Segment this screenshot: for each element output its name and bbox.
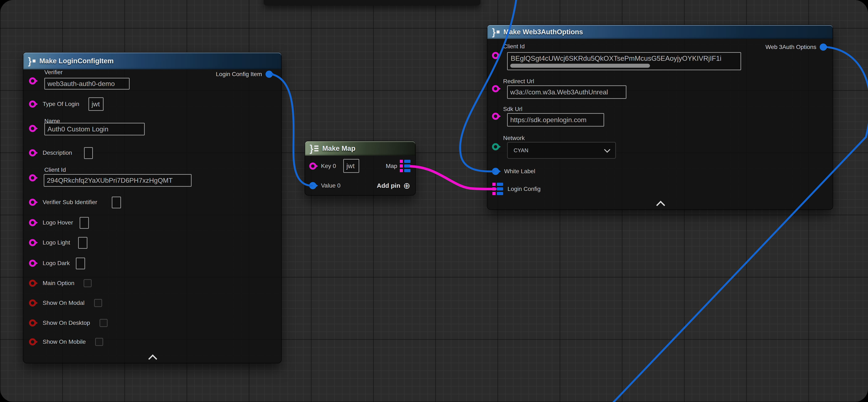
blueprint-canvas[interactable]: } Make LoginConfigItem Login Config Item… [0, 0, 868, 402]
input-pin-logo-light[interactable] [29, 239, 36, 246]
type-of-login-field[interactable]: jwt [88, 97, 103, 111]
redirect-url-field[interactable]: w3a://com.w3a.Web3AuthUnreal [507, 85, 626, 99]
key-0-field[interactable]: jwt [343, 159, 359, 173]
pin-label-show-on-modal: Show On Modal [43, 299, 85, 307]
collapse-chevron-icon[interactable] [656, 201, 665, 210]
pin-label-logo-light: Logo Light [43, 239, 70, 247]
field-scrollbar[interactable] [510, 64, 650, 68]
pin-label-logo-dark: Logo Dark [43, 259, 70, 267]
wire-map-to-login-config[interactable] [411, 166, 495, 189]
output-pin-label: Web 3Auth Options [766, 43, 816, 51]
input-pin-logo-hover[interactable] [29, 219, 36, 226]
pin-label-white-label: White Label [504, 168, 535, 175]
node-make-loginconfigitem[interactable]: } Make LoginConfigItem Login Config Item… [23, 53, 281, 363]
pin-label-key-0: Key 0 [321, 162, 336, 170]
input-pin-logo-dark[interactable] [29, 260, 36, 267]
collapse-chevron-icon[interactable] [148, 354, 157, 363]
pin-label-main-option: Main Option [43, 280, 74, 287]
logo-hover-field[interactable] [80, 217, 89, 229]
input-pin-network[interactable] [492, 143, 499, 150]
input-pin-type-of-login[interactable] [29, 100, 36, 108]
input-pin-main-option[interactable] [29, 280, 36, 287]
output-pin-label: Login Config Item [216, 70, 262, 78]
show-on-mobile-checkbox[interactable] [95, 338, 103, 346]
input-pin-description[interactable] [29, 149, 36, 156]
node-header-make-map[interactable]: } Make Map [305, 141, 415, 155]
input-pin-name[interactable] [29, 125, 36, 132]
network-dropdown[interactable]: CYAN [507, 142, 616, 159]
node-title: Make Map [322, 144, 355, 152]
input-pin-show-on-modal[interactable] [29, 299, 36, 307]
pin-label-type-of-login: Type Of Login [43, 100, 79, 108]
show-on-modal-checkbox[interactable] [94, 299, 102, 307]
pin-label-redirect-url: Redirect Url [503, 78, 534, 85]
add-pin-icon: ⊕ [403, 181, 410, 191]
node-title: Make LoginConfigItem [39, 57, 114, 65]
input-pin-sdk-url[interactable] [492, 113, 499, 120]
input-pin-verifier-sub-identifier[interactable] [29, 199, 36, 206]
add-pin-button[interactable]: Add pin⊕ [377, 181, 410, 191]
node-title: Make Web3AuthOptions [503, 28, 583, 36]
pin-label-client-id: Client Id [44, 166, 66, 174]
pin-label-logo-hover: Logo Hover [43, 219, 73, 226]
verifier-field[interactable]: web3auth-auth0-demo [44, 78, 130, 90]
dropdown-chevron-icon [604, 146, 611, 153]
pin-label-login-config: Login Config [507, 185, 540, 193]
input-pin-show-on-desktop[interactable] [29, 319, 36, 326]
name-field[interactable]: Auth0 Custom Login [44, 123, 145, 135]
pin-label-value-0: Value 0 [321, 182, 341, 190]
node-header-loginconfigitem[interactable]: } Make LoginConfigItem [23, 53, 281, 69]
output-pin-label-map: Map [386, 162, 397, 170]
pin-label-show-on-desktop: Show On Desktop [43, 319, 90, 327]
pin-label-sdk-url: Sdk Url [503, 105, 522, 113]
make-struct-icon: } [492, 27, 500, 36]
node-make-map[interactable]: } Make Map Key 0 jwt Map Value 0 Add pin… [305, 141, 415, 195]
main-option-checkbox[interactable] [84, 279, 92, 287]
input-pin-white-label[interactable] [492, 168, 499, 175]
show-on-desktop-checkbox[interactable] [100, 319, 107, 327]
input-pin-client-id[interactable] [29, 174, 36, 181]
node-make-web3authoptions[interactable]: } Make Web3AuthOptions Web 3Auth Options… [487, 25, 833, 209]
output-pin-map[interactable] [400, 160, 410, 172]
logo-dark-field[interactable] [76, 258, 85, 269]
make-map-icon: } [310, 144, 318, 153]
offscreen-node-edge [264, 0, 480, 5]
pin-label-client-id: Client Id [503, 43, 525, 50]
pin-label-verifier-sub-identifier: Verifier Sub Identifier [43, 199, 97, 206]
verifier-sub-identifier-field[interactable] [112, 197, 121, 208]
node-header-web3authoptions[interactable]: } Make Web3AuthOptions [487, 25, 833, 39]
input-pin-client-id[interactable] [492, 52, 499, 59]
description-field[interactable] [84, 147, 93, 159]
pin-label-show-on-mobile: Show On Mobile [43, 338, 86, 346]
sdk-url-field[interactable]: https://sdk.openlogin.com [507, 113, 604, 126]
pin-label-network: Network [503, 134, 525, 142]
input-pin-login-config[interactable] [492, 183, 503, 195]
input-pin-key-0[interactable] [309, 163, 316, 170]
pin-label-verifier: Verifier [44, 68, 63, 76]
output-pin-web3auth-options[interactable] [820, 44, 827, 51]
output-pin-login-config-item[interactable] [266, 70, 273, 78]
pin-label-description: Description [43, 149, 72, 156]
make-struct-icon: } [28, 56, 35, 66]
logo-light-field[interactable] [78, 237, 87, 249]
client-id-field[interactable]: BEglQSgt4cUWcj6SKRdu5QkOXTsePmMcusG5EAoy… [507, 52, 741, 70]
input-pin-show-on-mobile[interactable] [29, 338, 36, 345]
input-pin-value-0[interactable] [309, 182, 316, 189]
input-pin-verifier[interactable] [29, 77, 36, 85]
input-pin-redirect-url[interactable] [492, 85, 499, 92]
client-id-field[interactable]: 294QRkchfq2YaXUbPri7D6PH7xzHgQMT [44, 174, 192, 187]
